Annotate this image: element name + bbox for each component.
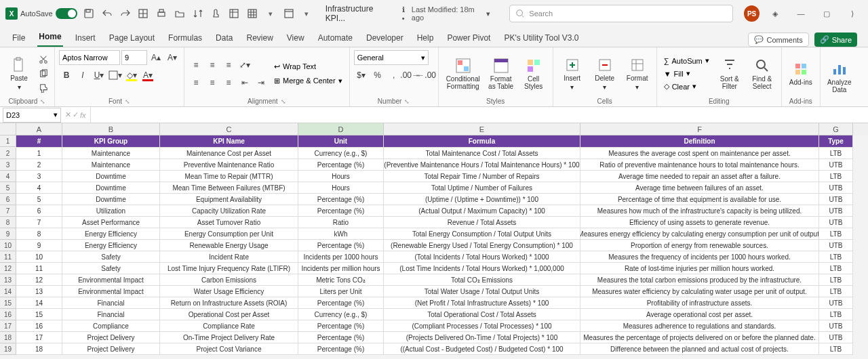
italic-button[interactable]: I: [75, 68, 90, 83]
cell[interactable]: Measures the percentage of projects deli…: [580, 332, 819, 343]
cell[interactable]: Measures the average cost spent on maint…: [580, 148, 819, 159]
cell[interactable]: UTB: [819, 332, 853, 343]
rowhdr-1[interactable]: 1: [0, 135, 16, 147]
cell[interactable]: Percentage (%): [298, 343, 384, 355]
fill-color-icon[interactable]: ◇▾: [124, 68, 139, 83]
number-launcher-icon[interactable]: ⤡: [404, 98, 410, 105]
orientation-icon[interactable]: ⤢▾: [237, 58, 252, 72]
avatar[interactable]: PS: [744, 5, 760, 22]
cell[interactable]: Liters per Unit: [298, 286, 384, 297]
clipboard-launcher-icon[interactable]: ⤡: [40, 98, 45, 105]
cell[interactable]: Measures how much of the infrastructure'…: [580, 205, 819, 217]
cell[interactable]: 14: [16, 297, 62, 309]
formula-input[interactable]: [91, 107, 868, 123]
cell[interactable]: Percentage of time that equipment is ava…: [580, 194, 819, 205]
accounting-icon[interactable]: $▾: [354, 68, 369, 83]
grid-body[interactable]: 1#KPI GroupKPI NameUnitFormulaDefinition…: [0, 135, 868, 355]
cell[interactable]: 1: [16, 148, 62, 159]
cell[interactable]: Safety: [62, 251, 160, 263]
cell[interactable]: 9: [16, 240, 62, 251]
cell[interactable]: LTB: [819, 274, 853, 286]
rowhdr[interactable]: 7: [0, 205, 16, 217]
cell[interactable]: Compliance Rate: [160, 320, 298, 332]
cell[interactable]: Mean Time to Repair (MTTR): [160, 171, 298, 182]
tab-view[interactable]: View: [285, 29, 306, 47]
cell[interactable]: 4: [16, 182, 62, 194]
qat-touch-icon[interactable]: [210, 7, 222, 20]
rowhdr[interactable]: 10: [0, 240, 16, 251]
cell[interactable]: Incidents per million hours: [298, 263, 384, 274]
table-header[interactable]: Definition: [580, 135, 819, 148]
share-button[interactable]: 🔗 Share: [814, 33, 857, 47]
cell[interactable]: Asset Performance: [62, 217, 160, 228]
cell[interactable]: Project Cost Variance: [160, 343, 298, 355]
autosum-button[interactable]: ∑ AutoSum ▾: [661, 55, 712, 66]
cell[interactable]: Environmental Impact: [62, 274, 160, 286]
cell[interactable]: Energy Efficiency: [62, 240, 160, 251]
cell[interactable]: Water Usage Efficiency: [160, 286, 298, 297]
clear-button[interactable]: ◇ Clear ▾: [661, 81, 712, 92]
table-header[interactable]: Type: [819, 135, 853, 148]
cell[interactable]: On-Time Project Delivery Rate: [160, 332, 298, 343]
cell[interactable]: Average time between failures of an asse…: [580, 182, 819, 194]
colhdr-D[interactable]: D: [298, 123, 384, 135]
cell[interactable]: Proportion of energy from renewable sour…: [580, 240, 819, 251]
cell[interactable]: Incident Rate: [160, 251, 298, 263]
align-bottom-icon[interactable]: ≡: [221, 58, 236, 72]
format-cells-button[interactable]: Format▾: [623, 52, 652, 96]
cell[interactable]: (Lost Time Incidents / Total Hours Worke…: [384, 263, 580, 274]
cell[interactable]: 13: [16, 286, 62, 297]
enter-formula-icon[interactable]: ✓: [73, 110, 79, 119]
cell[interactable]: (Net Profit / Total Infrastructure Asset…: [384, 297, 580, 309]
cell[interactable]: Percentage (%): [298, 320, 384, 332]
qat-dropdown-icon[interactable]: ▾: [264, 7, 277, 20]
tab-file[interactable]: File: [11, 29, 26, 47]
rowhdr[interactable]: 13: [0, 274, 16, 286]
align-top-icon[interactable]: ≡: [189, 58, 203, 72]
cell[interactable]: Average operational cost per asset.: [580, 309, 819, 320]
cancel-formula-icon[interactable]: ✕: [65, 110, 71, 119]
autosave-toggle[interactable]: [56, 8, 77, 19]
rowhdr[interactable]: 15: [0, 297, 16, 309]
cell[interactable]: Equipment Availability: [160, 194, 298, 205]
cell[interactable]: Asset Turnover Ratio: [160, 217, 298, 228]
copy-icon[interactable]: [37, 68, 50, 80]
cell[interactable]: LTB: [819, 286, 853, 297]
cell[interactable]: LTB: [819, 251, 853, 263]
cell[interactable]: Downtime: [62, 171, 160, 182]
cell[interactable]: Ratio of preventive maintenance hours to…: [580, 159, 819, 171]
rowhdr[interactable]: 19: [0, 343, 16, 355]
cell[interactable]: 18: [16, 343, 62, 355]
rowhdr[interactable]: 5: [0, 182, 16, 194]
cell[interactable]: Currency (e.g., $): [298, 309, 384, 320]
qat-dropdown2-icon[interactable]: ▾: [300, 7, 313, 20]
qat-sort-icon[interactable]: [191, 7, 204, 20]
cell[interactable]: Total Energy Consumption / Total Output …: [384, 228, 580, 240]
cell[interactable]: UTB: [819, 240, 853, 251]
rowhdr[interactable]: 12: [0, 263, 16, 274]
cell[interactable]: Operational Cost per Asset: [160, 309, 298, 320]
align-middle-icon[interactable]: ≡: [205, 58, 220, 72]
font-color-icon[interactable]: A▾: [140, 68, 155, 83]
tab-data[interactable]: Data: [214, 29, 234, 47]
alignment-launcher-icon[interactable]: ⤡: [281, 98, 286, 105]
colhdr-F[interactable]: F: [580, 123, 819, 135]
format-as-table-button[interactable]: Format as Table: [486, 52, 516, 96]
cell[interactable]: 12: [16, 274, 62, 286]
cell[interactable]: Total Maintenance Cost / Total Assets: [384, 148, 580, 159]
cell[interactable]: Safety: [62, 263, 160, 274]
cell[interactable]: Downtime: [62, 194, 160, 205]
cell[interactable]: Percentage (%): [298, 205, 384, 217]
decrease-indent-icon[interactable]: ⇤: [237, 75, 252, 90]
cell[interactable]: kWh: [298, 228, 384, 240]
cell[interactable]: 17: [16, 332, 62, 343]
tab-power-pivot[interactable]: Power Pivot: [446, 29, 492, 47]
qat-print-icon[interactable]: [155, 7, 168, 20]
close-button[interactable]: ⟩: [842, 4, 863, 23]
tab-automate[interactable]: Automate: [317, 29, 354, 47]
increase-font-icon[interactable]: A▴: [149, 50, 163, 65]
cell[interactable]: 16: [16, 320, 62, 332]
name-box[interactable]: D23▾: [3, 108, 61, 123]
cell[interactable]: UTB: [819, 182, 853, 194]
increase-decimal-icon[interactable]: .00→: [403, 68, 418, 83]
